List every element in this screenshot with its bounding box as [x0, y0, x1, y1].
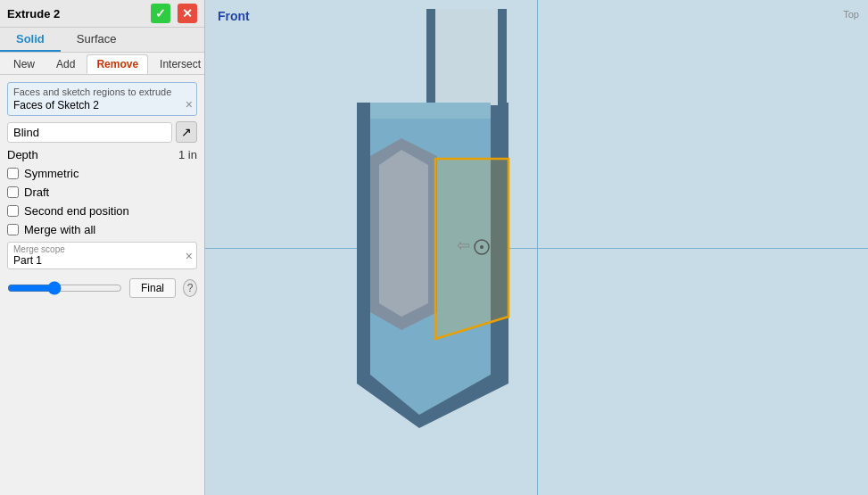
- operation-tabs: New Add Remove Intersect: [0, 53, 204, 75]
- symmetric-checkbox[interactable]: [7, 168, 19, 179]
- viewport-svg: ⇦: [205, 0, 868, 495]
- face-selector-clear[interactable]: ×: [186, 97, 193, 111]
- confirm-button[interactable]: ✓: [151, 4, 170, 23]
- second-end-checkbox[interactable]: [7, 205, 19, 217]
- second-end-row: Second end position: [7, 204, 197, 218]
- slider[interactable]: [7, 281, 122, 295]
- panel-body: Faces and sketch regions to extrude Face…: [0, 75, 204, 495]
- sketch-region-orange: [435, 159, 508, 339]
- left-panel: Extrude 2 ✓ ✕ Solid Surface New Add Remo…: [0, 0, 205, 495]
- merge-label: Merge with all: [24, 223, 95, 236]
- merge-row: Merge with all: [7, 223, 197, 236]
- final-button[interactable]: Final: [129, 278, 176, 298]
- depth-value: 1 in: [178, 148, 197, 161]
- help-button[interactable]: ?: [183, 279, 197, 297]
- symmetric-label: Symmetric: [24, 167, 79, 180]
- scope-label: Merge scope: [13, 244, 191, 254]
- tab-surface[interactable]: Surface: [61, 28, 133, 52]
- scope-value: Part 1: [13, 254, 191, 267]
- top-flat: [370, 103, 491, 119]
- tab-solid[interactable]: Solid: [0, 28, 61, 52]
- blind-row: Blind Through All To Vertex To Surface ↗: [7, 121, 197, 143]
- navigate-icon: ⇦: [457, 236, 470, 254]
- op-tab-intersect[interactable]: Intersect: [150, 54, 211, 74]
- depth-row: Depth 1 in: [7, 148, 197, 161]
- draft-checkbox[interactable]: [7, 186, 19, 198]
- blind-select[interactable]: Blind Through All To Vertex To Surface: [7, 122, 172, 143]
- viewport: Front Top ⇦: [205, 0, 868, 495]
- depth-label: Depth: [7, 148, 38, 161]
- gray-center: [379, 150, 428, 317]
- symmetric-row: Symmetric: [7, 167, 197, 180]
- slider-row: Final ?: [7, 278, 197, 298]
- merge-checkbox[interactable]: [7, 224, 19, 235]
- op-tab-remove[interactable]: Remove: [87, 54, 148, 74]
- merge-scope[interactable]: Merge scope Part 1 ×: [7, 242, 197, 269]
- type-tabs: Solid Surface: [0, 28, 204, 53]
- face-selector-value: Faces of Sketch 2: [13, 99, 191, 111]
- origin-dot: [480, 245, 484, 249]
- top-notch-light: [435, 9, 498, 105]
- op-tab-add[interactable]: Add: [46, 54, 85, 74]
- close-button[interactable]: ✕: [178, 4, 197, 23]
- title-bar: Extrude 2 ✓ ✕: [0, 0, 204, 28]
- face-selector[interactable]: Faces and sketch regions to extrude Face…: [7, 82, 197, 116]
- draft-label: Draft: [24, 186, 49, 199]
- second-end-label: Second end position: [24, 204, 129, 218]
- draft-row: Draft: [7, 186, 197, 199]
- scope-clear[interactable]: ×: [186, 249, 193, 263]
- face-selector-label: Faces and sketch regions to extrude: [13, 87, 191, 97]
- direction-flip-button[interactable]: ↗: [176, 121, 197, 143]
- op-tab-new[interactable]: New: [4, 54, 45, 74]
- panel-title: Extrude 2: [7, 7, 144, 21]
